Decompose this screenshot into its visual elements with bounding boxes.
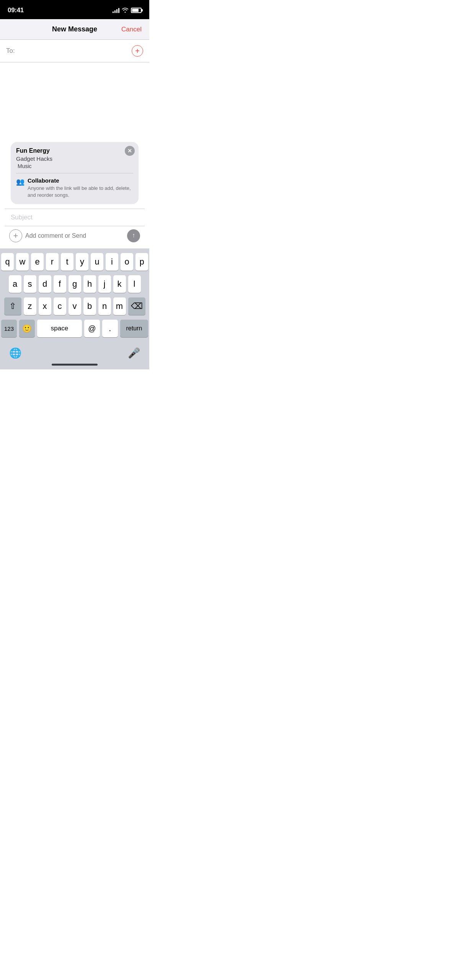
key-o[interactable]: o xyxy=(121,253,133,271)
shift-icon: ⇧ xyxy=(9,301,16,311)
key-l[interactable]: l xyxy=(128,275,141,293)
key-c[interactable]: c xyxy=(54,297,66,315)
cancel-button[interactable]: Cancel xyxy=(121,26,142,33)
status-icons xyxy=(113,7,142,14)
add-recipient-button[interactable]: + xyxy=(132,45,143,57)
key-t[interactable]: t xyxy=(61,253,73,271)
close-icon: ✕ xyxy=(127,148,132,154)
space-label: space xyxy=(51,325,68,332)
key-w[interactable]: w xyxy=(16,253,29,271)
action-description: Anyone with the link will be able to add… xyxy=(28,185,133,199)
emoji-icon: 🙂 xyxy=(22,324,32,333)
card-service-label: Music xyxy=(18,163,32,169)
key-h[interactable]: h xyxy=(83,275,96,293)
collaborate-icon: 👥 xyxy=(16,178,24,186)
key-j[interactable]: j xyxy=(98,275,111,293)
to-input[interactable] xyxy=(17,47,132,55)
card-title: Fun Energy xyxy=(16,147,133,154)
subject-field[interactable]: Subject xyxy=(5,209,145,226)
at-key[interactable]: @ xyxy=(84,320,100,337)
send-button[interactable]: ↑ xyxy=(127,229,140,242)
backspace-icon: ⌫ xyxy=(131,301,143,311)
message-input[interactable] xyxy=(25,230,124,242)
key-u[interactable]: u xyxy=(91,253,103,271)
key-y[interactable]: y xyxy=(76,253,88,271)
key-i[interactable]: i xyxy=(106,253,118,271)
key-g[interactable]: g xyxy=(69,275,81,293)
space-key[interactable]: space xyxy=(37,320,82,337)
to-label: To: xyxy=(6,47,15,55)
bottom-bar: 🌐 🎤 xyxy=(0,344,149,361)
globe-icon[interactable]: 🌐 xyxy=(9,347,21,359)
attachment-card: ✕ Fun Energy Gadget Hacks Music 👥 Collab… xyxy=(11,142,139,204)
attachment-wrapper: ✕ Fun Energy Gadget Hacks Music 👥 Collab… xyxy=(0,139,149,248)
action-content: Collaborate Anyone with the link will be… xyxy=(28,177,133,199)
card-action: 👥 Collaborate Anyone with the link will … xyxy=(16,177,133,199)
nav-header: New Message Cancel xyxy=(0,19,149,40)
key-m[interactable]: m xyxy=(113,297,126,315)
keyboard-row-4: 123 🙂 space @ . return xyxy=(1,320,148,337)
at-label: @ xyxy=(88,324,96,333)
return-label: return xyxy=(126,325,142,332)
keyboard-row-1: q w e r t y u i o p xyxy=(1,253,148,271)
key-e[interactable]: e xyxy=(31,253,44,271)
key-v[interactable]: v xyxy=(69,297,81,315)
plus-attach-icon: + xyxy=(13,232,18,240)
return-key[interactable]: return xyxy=(120,320,148,337)
key-a[interactable]: a xyxy=(9,275,21,293)
keyboard: q w e r t y u i o p a s d f g h j k l ⇧ … xyxy=(0,248,149,344)
key-q[interactable]: q xyxy=(1,253,14,271)
home-indicator-area xyxy=(0,361,149,369)
microphone-icon[interactable]: 🎤 xyxy=(128,347,140,359)
card-divider xyxy=(16,173,133,173)
wifi-icon xyxy=(122,7,129,14)
card-close-button[interactable]: ✕ xyxy=(125,146,135,156)
key-b[interactable]: b xyxy=(83,297,96,315)
status-time: 09:41 xyxy=(8,7,24,14)
key-z[interactable]: z xyxy=(24,297,36,315)
shift-key[interactable]: ⇧ xyxy=(4,297,21,315)
key-d[interactable]: d xyxy=(39,275,51,293)
signal-icon xyxy=(113,8,119,13)
key-n[interactable]: n xyxy=(98,297,111,315)
card-subtitle: Gadget Hacks xyxy=(16,155,133,162)
emoji-key[interactable]: 🙂 xyxy=(19,320,35,337)
key-k[interactable]: k xyxy=(113,275,126,293)
numbers-label: 123 xyxy=(4,325,14,332)
home-indicator xyxy=(52,364,98,366)
send-arrow-icon: ↑ xyxy=(132,232,135,238)
status-bar: 09:41 xyxy=(0,0,149,19)
message-input-row: + ↑ xyxy=(5,226,145,245)
action-title: Collaborate xyxy=(28,177,133,184)
key-f[interactable]: f xyxy=(54,275,66,293)
attach-button[interactable]: + xyxy=(9,229,22,242)
key-r[interactable]: r xyxy=(46,253,59,271)
key-x[interactable]: x xyxy=(39,297,51,315)
keyboard-row-2: a s d f g h j k l xyxy=(1,275,148,293)
plus-icon: + xyxy=(135,47,140,55)
backspace-key[interactable]: ⌫ xyxy=(128,297,145,315)
compose-area[interactable] xyxy=(0,62,149,139)
key-s[interactable]: s xyxy=(24,275,36,293)
battery-icon xyxy=(131,8,142,13)
to-field: To: + xyxy=(0,40,149,62)
subject-placeholder: Subject xyxy=(11,214,33,221)
page-title: New Message xyxy=(52,25,97,33)
card-header: Fun Energy Gadget Hacks Music xyxy=(16,147,133,169)
period-label: . xyxy=(109,323,111,333)
keyboard-row-3: ⇧ z x c v b n m ⌫ xyxy=(1,297,148,315)
key-p[interactable]: p xyxy=(135,253,148,271)
card-service: Music xyxy=(16,163,133,169)
numbers-key[interactable]: 123 xyxy=(1,320,17,337)
period-key[interactable]: . xyxy=(102,320,118,337)
